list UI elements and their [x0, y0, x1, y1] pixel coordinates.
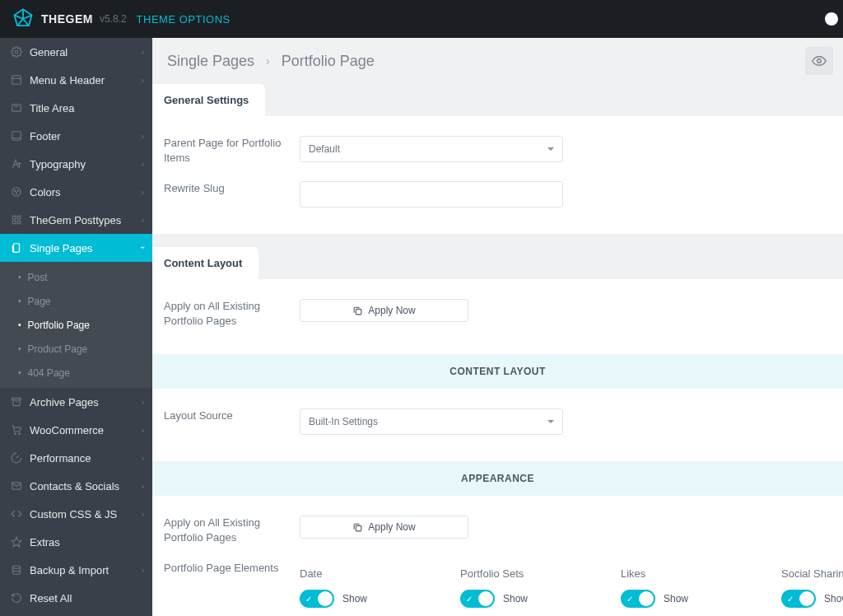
toggle-date[interactable]: [300, 590, 334, 608]
toggle-portfolio-sets[interactable]: [460, 590, 495, 608]
sidebar-item-label: TheGem Posttypes: [30, 214, 121, 226]
svg-rect-13: [17, 216, 21, 219]
sidebar-item-footer[interactable]: Footer ›: [0, 122, 152, 150]
backup-icon: [10, 563, 23, 576]
cart-icon: [10, 423, 23, 436]
perf-icon: [10, 451, 23, 464]
sidebar-item-label: Extras: [30, 536, 60, 548]
panel-general-settings: Parent Page for Portfolio Items Default …: [152, 116, 843, 234]
apply-now-button-2[interactable]: Apply Now: [300, 516, 468, 539]
sidebar-submenu: Post Page Portfolio Page Product Page 40…: [0, 262, 152, 388]
sidebar-sub-portfolio-page[interactable]: Portfolio Page: [0, 313, 152, 337]
svg-rect-26: [356, 525, 362, 531]
sidebar-item-label: General: [30, 46, 68, 58]
chevron-right-icon: ›: [142, 216, 144, 225]
star-icon: [10, 535, 23, 548]
sidebar-sub-post[interactable]: Post: [0, 265, 152, 289]
sidebar-item-label: Reset All: [30, 592, 72, 604]
svg-point-24: [817, 59, 822, 63]
toggle-likes[interactable]: [621, 590, 655, 608]
code-icon: [10, 507, 23, 520]
sidebar-item-woocommerce[interactable]: WooCommerce ›: [0, 416, 152, 444]
chevron-right-icon: ›: [142, 482, 144, 491]
sidebar-item-extras[interactable]: Extras: [0, 528, 152, 556]
brand-version: v5.8.2: [100, 13, 127, 25]
sidebar-item-label: Single Pages: [30, 242, 93, 254]
select-layout-source[interactable]: Built-In Settings: [300, 408, 563, 435]
breadcrumb-bar: Single Pages › Portfolio Page: [152, 38, 843, 84]
sidebar-item-single-pages[interactable]: Single Pages ›: [0, 234, 152, 262]
sidebar-item-general[interactable]: General ›: [0, 38, 152, 66]
chevron-right-icon: ›: [142, 454, 144, 463]
theme-options-link[interactable]: THEME OPTIONS: [137, 13, 231, 26]
sidebar-sub-product-page[interactable]: Product Page: [0, 337, 152, 361]
chevron-down-icon: ›: [138, 245, 147, 248]
sidebar-item-archive-pages[interactable]: Archive Pages ›: [0, 388, 152, 416]
sidebar-item-title-area[interactable]: Title Area: [0, 94, 152, 122]
toggle-label: Likes: [621, 567, 748, 580]
toggle-label: Portfolio Sets: [460, 567, 588, 580]
logo-icon: [12, 7, 35, 30]
panel-content-layout: Apply on All Existing Portfolio Pages Ap…: [152, 279, 843, 616]
sidebar-item-label: Archive Pages: [30, 396, 99, 408]
sidebar-item-label: WooCommerce: [30, 424, 104, 436]
svg-point-10: [17, 190, 18, 191]
chevron-right-icon: ›: [142, 566, 144, 575]
select-parent-page[interactable]: Default: [300, 136, 563, 162]
section-tab-row: Content Layout: [152, 247, 843, 279]
mail-icon: [10, 479, 23, 492]
sidebar-item-contacts-socials[interactable]: Contacts & Socials ›: [0, 472, 152, 500]
sidebar-item-label: Typography: [30, 158, 86, 170]
toggle-col-likes: Likes Show: [621, 567, 748, 608]
layout-icon: [10, 73, 23, 86]
toggle-label: Date: [300, 567, 427, 580]
toggle-state: Show: [503, 593, 528, 604]
sidebar-item-label: Menu & Header: [30, 74, 105, 86]
svg-rect-16: [12, 398, 21, 399]
toggle-state: Show: [342, 593, 367, 604]
label-portfolio-elements: Portfolio Page Elements: [164, 561, 300, 576]
sidebar-item-typography[interactable]: Typography ›: [0, 150, 152, 178]
band-appearance: APPEARANCE: [152, 461, 843, 496]
input-rewrite-slug[interactable]: [300, 181, 563, 208]
chevron-right-icon: ›: [142, 132, 144, 141]
section-tab-row: General Settings: [152, 84, 843, 116]
band-content-layout: CONTENT LAYOUT: [152, 354, 843, 389]
label-layout-source: Layout Source: [164, 408, 300, 423]
sidebar-item-reset-all[interactable]: Reset All: [0, 584, 152, 612]
sidebar-item-label: Colors: [30, 186, 61, 198]
sidebar-item-backup-import[interactable]: Backup & Import ›: [0, 556, 152, 584]
sidebar-item-label: Title Area: [30, 102, 74, 114]
gear-icon: [10, 45, 23, 58]
chevron-right-icon: ›: [142, 76, 144, 85]
svg-rect-25: [356, 309, 362, 315]
sidebar-item-label: Custom CSS & JS: [30, 508, 117, 520]
sidebar-item-posttypes[interactable]: TheGem Posttypes ›: [0, 206, 152, 234]
sidebar-item-colors[interactable]: Colors ›: [0, 178, 152, 206]
svg-rect-15: [17, 221, 21, 224]
breadcrumb-sep: ›: [266, 54, 270, 68]
footer-icon: [10, 129, 23, 142]
sidebar-sub-page[interactable]: Page: [0, 289, 152, 313]
toggle-social-sharing[interactable]: [781, 590, 816, 608]
breadcrumb-parent[interactable]: Single Pages: [167, 53, 254, 70]
pages-icon: [10, 241, 23, 254]
chevron-right-icon: ›: [142, 510, 144, 519]
sidebar: General › Menu & Header › Title Area Foo…: [0, 38, 152, 616]
topbar-circle[interactable]: [825, 12, 838, 26]
sidebar-item-performance[interactable]: Performance ›: [0, 444, 152, 472]
svg-point-8: [12, 188, 21, 197]
main-content: Single Pages › Portfolio Page General Se…: [152, 38, 843, 616]
toggle-state: Show: [824, 593, 843, 604]
sidebar-item-menu-header[interactable]: Menu & Header ›: [0, 66, 152, 94]
breadcrumb-current: Portfolio Page: [282, 53, 375, 70]
label-rewrite-slug: Rewrite Slug: [164, 181, 300, 196]
sidebar-sub-404-page[interactable]: 404 Page: [0, 361, 152, 385]
sidebar-item-label: Footer: [30, 130, 61, 142]
svg-point-1: [15, 50, 18, 54]
sidebar-item-custom-css-js[interactable]: Custom CSS & JS ›: [0, 500, 152, 528]
reset-icon: [10, 591, 23, 604]
svg-point-23: [12, 566, 20, 569]
apply-now-button-1[interactable]: Apply Now: [300, 299, 468, 322]
preview-button[interactable]: [805, 47, 833, 75]
